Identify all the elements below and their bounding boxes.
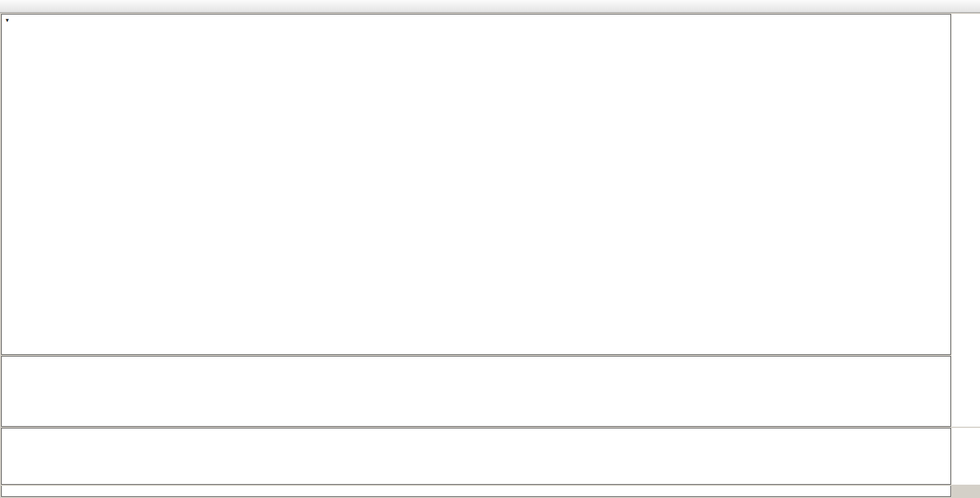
mt4-window: ▼: [0, 0, 980, 498]
time-axis[interactable]: [1, 486, 951, 497]
rsi-axis[interactable]: [952, 428, 980, 485]
notifications-button[interactable]: [971, 0, 975, 13]
macd-plot[interactable]: [2, 357, 950, 426]
price-axis[interactable]: [952, 14, 980, 362]
macd-axis[interactable]: [952, 356, 980, 427]
price-panel[interactable]: ▼: [1, 14, 951, 355]
macd-panel[interactable]: [1, 356, 951, 427]
toolbar: [0, 0, 980, 13]
chart-window: ▼: [0, 13, 980, 498]
chart-title: ▼: [5, 16, 18, 24]
toolbar-right: [963, 0, 980, 13]
rsi-panel[interactable]: [1, 428, 951, 485]
search-button[interactable]: [963, 0, 967, 13]
price-chart-plot[interactable]: [2, 14, 950, 354]
rsi-plot[interactable]: [2, 428, 950, 484]
collapse-icon[interactable]: ▼: [5, 17, 10, 23]
